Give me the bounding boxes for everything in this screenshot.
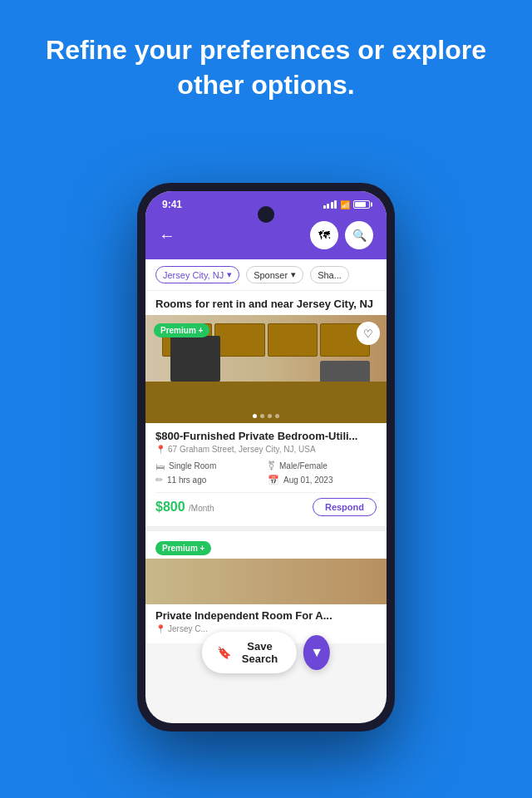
bed-icon: 🛏 [155,461,165,471]
map-button[interactable]: 🗺 [310,221,338,249]
price-period-1: /Month [189,504,214,513]
filter-share-label: Sha... [318,270,342,280]
listing-details-1: 🛏 Single Room ⚧ Male/Female ✏ 11 hrs ago [155,461,377,485]
signal-icon [323,200,337,209]
search-button[interactable]: 🔍 [345,221,373,249]
listing-title-2: Private Independent Room For A... [155,609,377,622]
location-icon: 📍 [155,445,165,454]
detail-date: 📅 Aug 01, 2023 [268,475,377,485]
detail-time: ✏ 11 hrs ago [155,475,264,485]
filter-row: Jersey City, NJ ▾ Sponser ▾ Sha... [145,259,387,291]
listing-info-1: $800-Furnished Private Bedroom-Utili... … [145,423,387,526]
detail-gender: ⚧ Male/Female [268,461,377,471]
respond-button-1[interactable]: Respond [313,498,377,516]
save-search-container: 🔖 Save Search ▼ [202,632,330,673]
battery-icon [353,200,370,209]
filter-button[interactable]: ▼ [303,635,330,670]
back-button[interactable]: ← [159,226,175,245]
pencil-icon: ✏ [155,475,163,485]
listing-image-2 [145,559,387,604]
premium-badge-1: Premium + [154,323,209,337]
map-icon: 🗺 [318,229,330,242]
listing-card-1: Premium + ♡ $800-Furnished Private Bedro… [145,315,387,531]
phone-notch [258,206,274,223]
filter-sponsor-label: Sponser [254,270,288,280]
chevron-down-icon: ▾ [291,269,296,280]
gender-icon: ⚧ [268,461,275,471]
phone-device: 9:41 📶 ← [137,183,395,732]
listing-footer-1: $800 /Month Respond [155,492,377,520]
image-dots-1 [253,414,279,418]
bookmark-icon: 🔖 [217,646,231,659]
premium-badge-2: Premium + [155,541,211,555]
status-icons: 📶 [323,200,371,209]
filter-icon: ▼ [310,645,323,660]
wifi-icon: 📶 [340,200,350,209]
chevron-down-icon: ▾ [227,269,232,280]
save-search-label: Save Search [238,640,282,665]
listing-price-1: $800 /Month [155,500,214,515]
detail-room-type: 🛏 Single Room [155,461,264,471]
headline: Refine your preferences or explore other… [0,0,532,127]
heart-button-1[interactable]: ♡ [357,322,380,345]
calendar-icon: 📅 [268,475,279,485]
filter-chip-location[interactable]: Jersey City, NJ ▾ [155,266,239,283]
save-search-button[interactable]: 🔖 Save Search [202,632,297,673]
location-icon-2: 📍 [155,624,165,633]
search-icon: 🔍 [352,229,367,242]
result-title: Rooms for rent in and near Jersey City, … [145,291,387,315]
listing-card-2: Premium + Private Independent Room For A… [145,531,387,643]
filter-chip-sponsor[interactable]: Sponser ▾ [246,266,303,283]
listing-image-1: Premium + ♡ [145,315,387,423]
status-time: 9:41 [162,199,182,210]
listing-title-1: $800-Furnished Private Bedroom-Utili... [155,430,377,442]
listing-address-1: 📍 67 Graham Street, Jersey City, NJ, USA [155,445,377,454]
filter-location-label: Jersey City, NJ [163,270,224,280]
filter-chip-share[interactable]: Sha... [310,266,349,283]
